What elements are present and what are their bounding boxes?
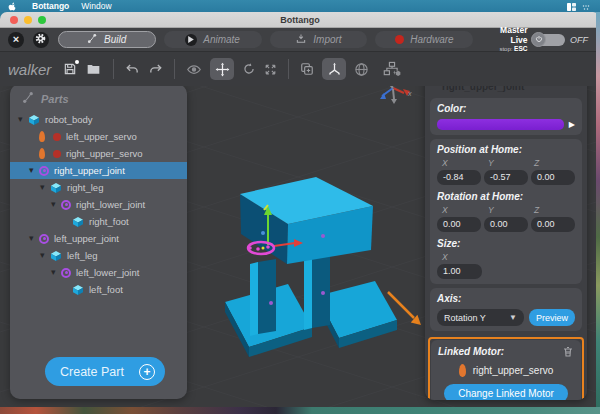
color-section: Color: ▶	[430, 98, 582, 135]
expand-arrow-icon[interactable]: ▾	[29, 166, 39, 175]
create-part-button[interactable]: Create Part +	[45, 357, 165, 386]
expand-arrow-icon[interactable]: ▾	[29, 234, 39, 243]
stage-manager-icon[interactable]	[567, 0, 576, 15]
unlink-motor-button[interactable]	[562, 345, 574, 358]
linked-motor-label: Linked Motor:	[438, 346, 504, 357]
rotation-x-field[interactable]: 0.00	[437, 217, 481, 232]
move-tool-button[interactable]	[210, 58, 234, 80]
cube-icon	[50, 182, 62, 194]
linked-motor-name: right_upper_servo	[473, 365, 554, 376]
close-icon: ×	[13, 34, 19, 45]
expand-arrow-icon[interactable]: ▾	[40, 251, 50, 260]
redo-button[interactable]	[148, 62, 163, 76]
tab-animate-label: Animate	[203, 34, 240, 45]
tree-item-right_upper_joint[interactable]: ▾right_upper_joint	[10, 162, 187, 179]
close-window-button[interactable]	[10, 16, 18, 24]
tree-item-label: right_foot	[89, 216, 129, 227]
apple-menu-icon[interactable]	[8, 2, 16, 11]
size-x-field[interactable]: 1.00	[437, 264, 482, 279]
tab-import-label: Import	[313, 34, 341, 45]
linked-motor-section: Linked Motor: right_upper_servo Change L…	[431, 340, 581, 400]
gear-icon	[35, 33, 46, 46]
servo-icon	[39, 148, 45, 159]
tree-item-label: left_leg	[67, 250, 98, 261]
close-button[interactable]: ×	[8, 32, 24, 48]
expand-arrow-icon[interactable]: ▾	[18, 115, 28, 124]
col-x-label: X	[437, 252, 485, 262]
tab-hardware[interactable]: Hardware	[375, 31, 473, 48]
rotation-z-field[interactable]: 0.00	[531, 217, 575, 232]
hierarchy-view-button[interactable]	[383, 61, 401, 78]
document-toolbar: walker	[0, 52, 596, 86]
nodes-icon	[87, 33, 98, 46]
change-linked-motor-button[interactable]: Change Linked Motor	[444, 384, 568, 400]
menu-window[interactable]: Window	[81, 0, 111, 12]
desktop: Bottango Window Bottango ×	[0, 0, 600, 414]
tree-item-right_upper_servo[interactable]: right_upper_servo	[10, 145, 187, 162]
tab-build-label: Build	[104, 34, 126, 45]
col-z-label: Z	[529, 158, 575, 168]
expand-arrow-icon[interactable]: ▾	[40, 183, 50, 192]
control-center-icon[interactable]	[582, 0, 590, 15]
tab-hardware-label: Hardware	[410, 34, 453, 45]
expand-arrow-icon[interactable]: ▾	[51, 268, 61, 277]
record-dot-icon	[53, 150, 61, 158]
size-label: Size:	[437, 238, 575, 249]
settings-button[interactable]	[33, 32, 49, 48]
axis-label: Axis:	[437, 293, 575, 304]
cube-icon	[50, 250, 62, 262]
open-folder-button[interactable]	[85, 62, 102, 76]
parts-panel-title: Parts	[41, 93, 69, 105]
tree-item-robot_body[interactable]: ▾robot_body	[10, 111, 187, 128]
servo-icon	[39, 131, 45, 142]
rotation-y-field[interactable]: 0.00	[484, 217, 528, 232]
undo-button[interactable]	[125, 62, 140, 76]
minimize-window-button[interactable]	[24, 16, 32, 24]
tree-item-right_lower_joint[interactable]: ▾right_lower_joint	[10, 196, 187, 213]
expand-arrow-icon[interactable]: ▾	[51, 200, 61, 209]
play-icon	[185, 34, 197, 46]
download-icon	[295, 33, 307, 46]
tree-item-label: left_lower_joint	[76, 267, 139, 278]
color-label: Color:	[437, 103, 575, 114]
tree-item-left_lower_joint[interactable]: ▾left_lower_joint	[10, 264, 187, 281]
duplicate-button[interactable]	[300, 62, 314, 76]
tree-item-right_leg[interactable]: ▾right_leg	[10, 179, 187, 196]
position-y-field[interactable]: -0.57	[484, 170, 528, 185]
axis-x-label: x	[407, 90, 412, 97]
stop-prefix: stop:	[499, 46, 512, 52]
menu-app[interactable]: Bottango	[32, 0, 69, 12]
zoom-window-button[interactable]	[38, 16, 46, 24]
record-icon	[395, 35, 404, 44]
view-tool-button[interactable]	[186, 62, 202, 77]
unsaved-indicator	[75, 60, 79, 64]
position-z-field[interactable]: 0.00	[531, 170, 575, 185]
tree-item-label: right_upper_servo	[66, 148, 143, 159]
chevron-right-icon[interactable]: ▶	[569, 121, 575, 129]
joint-icon	[61, 200, 71, 210]
tree-item-left_upper_joint[interactable]: ▾left_upper_joint	[10, 230, 187, 247]
axis-dropdown[interactable]: Rotation Y ▼	[437, 309, 524, 326]
chevron-down-icon: ▼	[509, 313, 517, 322]
tab-build[interactable]: Build	[58, 31, 156, 48]
tree-item-left_leg[interactable]: ▾left_leg	[10, 247, 187, 264]
local-axis-tool-button[interactable]	[322, 58, 346, 80]
col-y-label: Y	[483, 158, 529, 168]
col-y-label: Y	[483, 205, 529, 215]
part-name-field[interactable]: right_upper_joint	[430, 86, 582, 94]
color-bar[interactable]	[437, 119, 564, 130]
master-live-toggle[interactable]	[532, 34, 565, 46]
world-axis-button[interactable]	[354, 62, 369, 77]
tab-import[interactable]: Import	[270, 31, 368, 48]
preview-button[interactable]: Preview	[529, 309, 575, 326]
col-x-label: X	[437, 205, 483, 215]
save-button[interactable]	[63, 62, 77, 76]
rotate-tool-button[interactable]	[242, 62, 256, 76]
position-x-field[interactable]: -0.84	[437, 170, 481, 185]
tab-animate[interactable]: Animate	[164, 31, 262, 48]
tree-item-left_foot[interactable]: left_foot	[10, 281, 187, 298]
tree-item-right_foot[interactable]: right_foot	[10, 213, 187, 230]
tree-item-left_upper_servo[interactable]: left_upper_servo	[10, 128, 187, 145]
scale-tool-button[interactable]	[264, 63, 277, 76]
cube-icon	[72, 284, 84, 296]
